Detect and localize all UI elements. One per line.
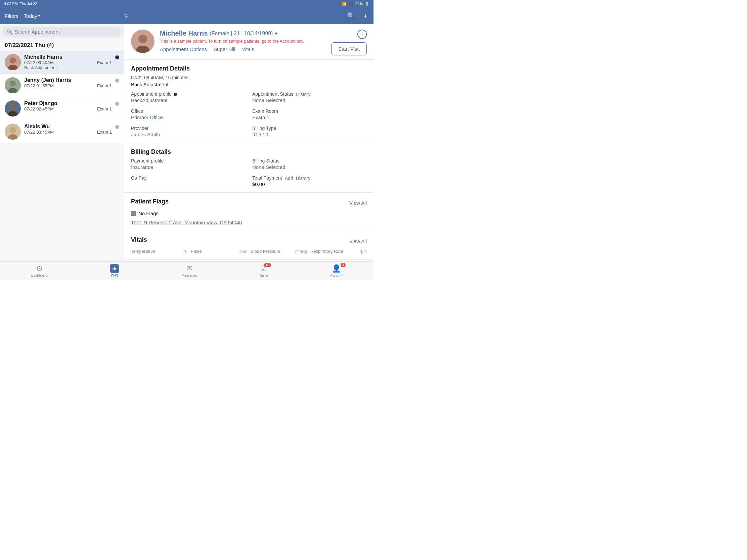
appointment-list: Michelle Harris 07/22 09:40AM Exam 1 Bac… — [0, 51, 124, 261]
appointment-time-room-4: 07/22 03:45PM Exam 1 — [24, 130, 112, 135]
appointment-name-3: Peter Django — [24, 100, 112, 106]
patient-flags-title: Patient Flags — [131, 198, 169, 205]
vital-rr-row: Respiratory Rate rpm — [310, 249, 367, 254]
vital-temperature-label: Temperature — [131, 249, 156, 254]
appointment-profile-label: Appointment profile — [131, 91, 172, 97]
total-payment-add-link[interactable]: Add — [285, 176, 293, 181]
billing-type-item: Billing Type ICD-10 — [252, 126, 367, 137]
total-payment-history-link[interactable]: History — [296, 176, 311, 181]
patient-tabs: Appointment Options Super Bill Vitals — [160, 46, 326, 52]
tab-tasks[interactable]: ☑ 43 Tasks — [259, 264, 268, 277]
office-value[interactable]: Primary Office — [131, 114, 246, 120]
appointment-item-2[interactable]: Jenny (Jen) Harris 07/22 01:55PM Exam 1 — [0, 74, 124, 97]
exam-room-value[interactable]: Exam 1 — [252, 114, 367, 120]
vital-pulse-unit: bpm — [239, 249, 247, 254]
patient-address-link[interactable]: 1001 N Rengstorff Ave, Mountain View, CA… — [131, 219, 367, 225]
flag-item-no-flags: No Flags — [131, 211, 367, 216]
billing-details-grid: Payment profile Insurance Billing Status… — [131, 158, 367, 187]
tab-messages[interactable]: ✉ Messages — [182, 264, 197, 277]
tab-dashboard[interactable]: ⊙ Dashboard — [31, 264, 48, 277]
appointment-name-2: Jenny (Jen) Harris — [24, 77, 112, 83]
appointment-item-1[interactable]: Michelle Harris 07/22 09:40AM Exam 1 Bac… — [0, 51, 124, 74]
status-date: Thu Jul 22 — [20, 2, 37, 6]
exam-room-label: Exam Room — [252, 108, 367, 114]
billing-status-value[interactable]: None Selected — [252, 164, 367, 170]
dashboard-icon: ⊙ — [36, 264, 42, 273]
start-visit-button[interactable]: Start Visit — [331, 42, 367, 55]
appointment-status-history-link[interactable]: History — [296, 92, 311, 97]
payment-profile-value[interactable]: Insurance — [131, 164, 246, 170]
patient-info: Michelle Harris (Female | 21 | 10/14/199… — [160, 30, 326, 52]
appointment-details-section: Appointment Details 07/22 09:40AM, 15 mi… — [124, 60, 374, 143]
vital-temperature: Temperature °F — [131, 249, 187, 254]
tab-super-bill[interactable]: Super Bill — [214, 46, 235, 52]
appointment-info-3: Peter Django 07/22 02:45PM Exam 1 — [24, 100, 112, 111]
vital-pulse-label: Pulse — [191, 249, 202, 254]
vitals-grid: Temperature °F Pulse bpm Blood Pressure … — [131, 249, 367, 254]
billing-status-label: Billing Status — [252, 158, 367, 163]
tab-tasks-label: Tasks — [259, 274, 268, 277]
vital-bp-unit: mmHg — [295, 249, 307, 254]
billing-type-label: Billing Type — [252, 126, 367, 131]
exam-room-item: Exam Room Exam 1 — [252, 108, 367, 120]
appointment-datetime: 07/22 09:40AM, 15 minutes — [131, 75, 367, 80]
appointment-profile-value[interactable]: BackAdjustment — [131, 97, 246, 103]
payment-profile-label: Payment profile — [131, 158, 246, 163]
refresh-button[interactable]: ↻ — [124, 12, 129, 20]
appointment-status-value[interactable]: None Selected — [252, 97, 367, 103]
tab-appointment-options[interactable]: Appointment Options — [160, 46, 207, 52]
appointment-time-1: 07/22 09:40AM — [24, 60, 54, 65]
tab-account-label: Account — [330, 274, 342, 277]
chevron-down-icon: ▾ — [38, 14, 40, 18]
info-circle-button[interactable]: i — [357, 30, 367, 39]
avatar-alexis-svg — [5, 124, 21, 140]
tab-ehr[interactable]: dr EHR — [110, 264, 119, 278]
avatar-michelle — [5, 54, 21, 70]
filters-button[interactable]: Filters — [5, 13, 19, 19]
status-bar-left: 4:02 PM Thu Jul 22 — [4, 2, 37, 6]
billing-type-value[interactable]: ICD-10 — [252, 132, 367, 137]
vital-temperature-unit: °F — [183, 249, 187, 254]
search-icon: 🔍 — [7, 29, 12, 34]
search-input[interactable] — [15, 29, 117, 34]
provider-value[interactable]: James Smith — [131, 132, 246, 137]
svg-point-4 — [10, 81, 16, 87]
office-label: Office — [131, 108, 246, 114]
patient-flags-view-all[interactable]: View All — [349, 200, 367, 206]
search-button[interactable]: 🔍 — [347, 12, 355, 20]
copay-item: Co-Pay — [131, 175, 246, 187]
vitals-view-all[interactable]: View All — [349, 238, 367, 244]
billing-status-item: Billing Status None Selected — [252, 158, 367, 170]
total-payment-label: Total Payment — [252, 175, 282, 181]
patient-header: Michelle Harris (Female | 21 | 10/14/199… — [124, 24, 374, 60]
tab-vitals[interactable]: Vitals — [242, 46, 254, 52]
appointment-item-4[interactable]: Alexis Wu 07/22 03:45PM Exam 1 — [0, 120, 124, 143]
appointment-status-item: Appointment Status History None Selected — [252, 91, 367, 103]
vital-bp-row: Blood Pressure mmHg — [251, 249, 307, 254]
add-button[interactable]: ＋ — [362, 11, 369, 21]
appointment-name-4: Alexis Wu — [24, 124, 112, 130]
profile-dot-icon — [174, 93, 177, 96]
status-bar-right: 📶 🎧 94% 🔋 — [342, 2, 369, 6]
today-button[interactable]: Today ▾ — [24, 13, 40, 19]
chevron-down-icon[interactable]: ▾ — [275, 30, 278, 36]
messages-icon: ✉ — [186, 264, 192, 273]
left-panel: 🔍 07/22/2021 Thu (4) Michelle Harris — [0, 24, 124, 261]
status-bar: 4:02 PM Thu Jul 22 📶 🎧 94% 🔋 — [0, 0, 374, 7]
total-payment-label-row: Total Payment Add History — [252, 175, 367, 181]
tasks-badge: 43 — [264, 263, 271, 267]
avatar-michelle-svg — [5, 54, 21, 70]
appointment-type-1: Back Adjustment — [24, 65, 112, 70]
appointment-time-4: 07/22 03:45PM — [24, 130, 54, 135]
tab-account[interactable]: 👤 3 Account — [330, 264, 342, 277]
avatar-peter-svg — [5, 100, 21, 116]
svg-point-1 — [10, 57, 16, 63]
vital-bp-label: Blood Pressure — [251, 249, 280, 254]
vital-respiratory-rate: Respiratory Rate rpm — [310, 249, 367, 254]
patient-name: Michelle Harris — [160, 30, 208, 37]
patient-name-row: Michelle Harris (Female | 21 | 10/14/199… — [160, 30, 326, 37]
appointment-time-room-2: 07/22 01:55PM Exam 1 — [24, 83, 112, 88]
appointment-info-2: Jenny (Jen) Harris 07/22 01:55PM Exam 1 — [24, 77, 112, 88]
appointment-item-3[interactable]: Peter Django 07/22 02:45PM Exam 1 — [0, 97, 124, 120]
provider-label: Provider — [131, 126, 246, 131]
